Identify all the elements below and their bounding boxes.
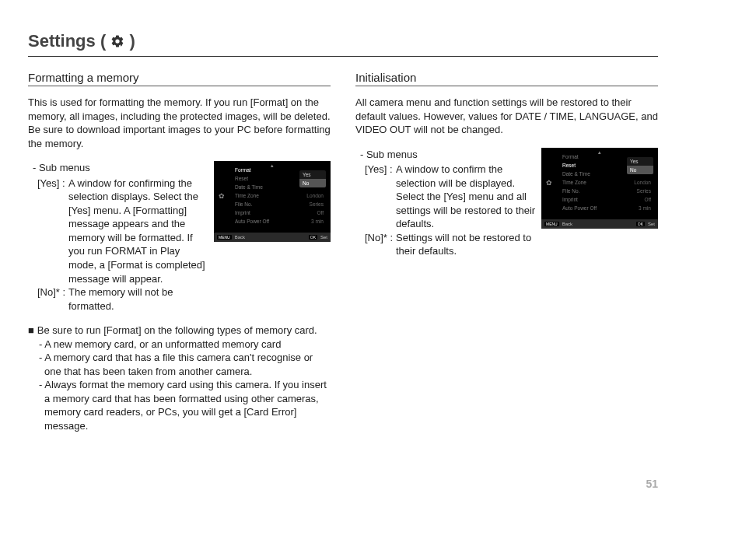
yes-desc: A window to confirm the selection will b… bbox=[396, 163, 537, 231]
left-column: Formatting a memory This is used for for… bbox=[28, 71, 331, 433]
yes-key: [Yes] : bbox=[37, 177, 68, 285]
lcd-menu-value: 3 min bbox=[639, 204, 651, 212]
gear-icon bbox=[110, 33, 124, 53]
lcd-menu-value: Off bbox=[317, 208, 324, 217]
lcd-menu-label: Time Zone bbox=[562, 178, 586, 187]
lcd-screenshot-reset: ▴ ✿ FormatResetDate & TimeTime ZoneLondo… bbox=[541, 148, 658, 229]
menu-badge: MENU bbox=[217, 235, 232, 240]
section-heading-initialisation: Initialisation bbox=[355, 71, 658, 86]
popup-yes: Yes bbox=[627, 157, 653, 166]
chevron-up-icon: ▴ bbox=[598, 149, 601, 156]
footer-back: Back bbox=[235, 235, 245, 240]
ok-badge: OK bbox=[309, 235, 317, 240]
lcd-menu-label: Imprint bbox=[235, 208, 250, 217]
formatting-intro: This is used for formatting the memory. … bbox=[28, 96, 331, 150]
lcd-footer: MENU Back OK Set bbox=[541, 219, 658, 229]
page-number: 51 bbox=[646, 478, 658, 490]
yes-key: [Yes] : bbox=[365, 163, 396, 231]
lcd-menu-label: Format bbox=[235, 166, 251, 174]
lcd-menu-value: London bbox=[634, 178, 651, 187]
no-desc: The memory will not be formatted. bbox=[68, 285, 209, 313]
lcd-menu-row: Auto Power Off3 min bbox=[560, 204, 653, 212]
lcd-screenshot-format: ▴ ✿ FormatResetDate & TimeTime ZoneLondo… bbox=[214, 161, 331, 242]
section-heading-formatting: Formatting a memory bbox=[28, 71, 331, 86]
note-item: - A new memory card, or an unformatted m… bbox=[39, 338, 331, 352]
lcd-menu-row: Time ZoneLondon bbox=[560, 178, 653, 187]
initialisation-intro: All camera menu and function settings wi… bbox=[355, 96, 658, 137]
square-bullet-icon: ■ bbox=[28, 324, 34, 338]
ok-badge: OK bbox=[636, 222, 645, 226]
lcd-menu-value: 3 min bbox=[311, 217, 324, 226]
chevron-up-icon: ▴ bbox=[271, 163, 274, 169]
no-desc: Settings will not be restored to their d… bbox=[396, 231, 537, 258]
gear-icon: ✿ bbox=[219, 192, 225, 200]
sub-menus-label: - Sub menus bbox=[360, 148, 537, 162]
no-key: [No]* : bbox=[37, 285, 68, 313]
lcd-menu-label: Date & Time bbox=[235, 183, 263, 191]
no-key: [No]* : bbox=[365, 231, 396, 258]
note-heading: Be sure to run [Format] on the following… bbox=[37, 324, 317, 338]
lcd-menu-label: Reset bbox=[235, 174, 248, 183]
yes-desc: A window for confirming the selection di… bbox=[68, 177, 209, 285]
title-prefix: Settings ( bbox=[28, 31, 110, 51]
popup-yes: Yes bbox=[299, 170, 326, 179]
lcd-menu-value: Series bbox=[637, 187, 651, 195]
footer-back: Back bbox=[562, 222, 572, 226]
lcd-menu-label: Auto Power Off bbox=[562, 204, 597, 212]
sub-menus-label: - Sub menus bbox=[33, 161, 209, 175]
lcd-popup: Yes No bbox=[299, 170, 326, 187]
lcd-footer: MENU Back OK Set bbox=[214, 233, 331, 242]
lcd-menu-row: File No.Series bbox=[560, 187, 653, 195]
lcd-menu-value: Series bbox=[310, 200, 324, 208]
gear-icon: ✿ bbox=[546, 179, 552, 187]
lcd-menu-label: Date & Time bbox=[562, 170, 590, 178]
right-column: Initialisation All camera menu and funct… bbox=[355, 71, 658, 433]
lcd-menu-label: Time Zone bbox=[235, 191, 259, 200]
menu-badge: MENU bbox=[544, 222, 559, 226]
lcd-menu-label: Imprint bbox=[562, 195, 578, 204]
popup-no: No bbox=[299, 179, 326, 187]
lcd-menu-row: File No.Series bbox=[233, 200, 326, 208]
lcd-menu-row: Auto Power Off3 min bbox=[233, 217, 326, 226]
note-item: - Always format the memory card using th… bbox=[39, 378, 331, 432]
lcd-menu-label: Reset bbox=[562, 161, 576, 170]
lcd-menu-value: Off bbox=[644, 195, 651, 204]
lcd-popup: Yes No bbox=[627, 157, 653, 174]
lcd-menu-label: Auto Power Off bbox=[235, 217, 269, 226]
title-suffix: ) bbox=[124, 31, 135, 51]
footer-set: Set bbox=[320, 235, 327, 240]
lcd-menu-label: File No. bbox=[235, 200, 252, 208]
footer-set: Set bbox=[648, 222, 655, 226]
lcd-menu-value: London bbox=[306, 191, 324, 200]
lcd-menu-row: Time ZoneLondon bbox=[233, 191, 326, 200]
page-title: Settings ( ) bbox=[28, 31, 658, 57]
lcd-menu-label: File No. bbox=[562, 187, 579, 195]
lcd-menu-row: ImprintOff bbox=[233, 208, 326, 217]
popup-no: No bbox=[627, 166, 653, 174]
note-item: - A memory card that has a file this cam… bbox=[39, 351, 331, 378]
lcd-menu-label: Format bbox=[562, 152, 579, 161]
lcd-menu-row: ImprintOff bbox=[560, 195, 653, 204]
